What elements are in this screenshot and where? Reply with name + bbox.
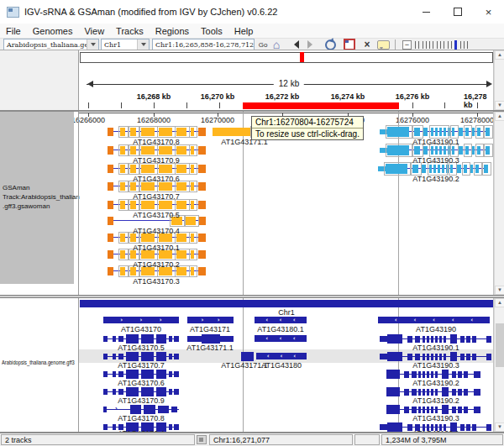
exon-outline-box	[189, 163, 197, 175]
zoom-tick[interactable]	[444, 41, 444, 49]
region-of-interest-bar[interactable]	[243, 102, 399, 109]
chromosome-ideogram[interactable]	[80, 52, 493, 63]
go-button[interactable]: Go	[256, 39, 270, 50]
gene-model[interactable]: ›	[103, 405, 179, 414]
gene-model[interactable]	[386, 387, 480, 396]
zoom-tick[interactable]	[437, 41, 438, 49]
gene-model[interactable]	[386, 405, 480, 414]
genome-select[interactable]: Arabidopsis_thaliana.genome...	[3, 39, 99, 50]
feature-label: AT1G43190.3	[412, 156, 459, 165]
exon	[103, 424, 108, 430]
zoom-tick[interactable]	[429, 41, 430, 49]
gsaman-scrollbar[interactable]: ▲ ▼	[494, 112, 504, 295]
gene-bar[interactable]	[80, 300, 493, 307]
feature-label: AT1G43180	[261, 361, 302, 370]
maximize-button[interactable]	[442, 0, 473, 24]
exon	[227, 336, 234, 342]
gene-model[interactable]	[103, 334, 179, 344]
exon	[174, 354, 179, 359]
exon-outline-box	[129, 144, 139, 156]
menu-regions[interactable]: Regions	[150, 26, 195, 36]
ruler-number: 16266000	[71, 116, 105, 124]
zoom-tick[interactable]	[426, 41, 427, 49]
gene-bar[interactable]: ›››	[103, 317, 179, 323]
gene-model[interactable]	[108, 182, 206, 191]
exon-outline-box	[386, 125, 412, 139]
scroll-up-icon[interactable]: ▲	[495, 50, 504, 60]
exon	[431, 371, 433, 378]
zoom-tick[interactable]	[451, 41, 452, 49]
gene-bar[interactable]: ‹‹‹	[255, 317, 307, 323]
scroll-up-icon[interactable]: ▲	[495, 298, 504, 307]
zoom-tick[interactable]	[418, 41, 419, 49]
chromosome-select[interactable]: Chr1	[101, 39, 150, 50]
minimize-button[interactable]	[411, 0, 442, 24]
gene-bar[interactable]: ››	[187, 317, 234, 323]
menu-genomes[interactable]: Genomes	[27, 26, 79, 36]
gene-model[interactable]	[241, 352, 254, 361]
genome-track-label[interactable]: Arabidopsis_thaliana.genome.gff3	[2, 359, 75, 365]
zoom-tick[interactable]	[440, 41, 441, 49]
gene-model[interactable]	[108, 128, 206, 136]
genome-scrollbar[interactable]: ▲ ▼	[494, 298, 504, 432]
gene-model[interactable]	[378, 164, 488, 174]
minimize-icon	[423, 12, 430, 13]
gene-model[interactable]	[108, 146, 206, 155]
exon	[108, 233, 113, 242]
feature-label: AT1G43190.2	[412, 396, 459, 405]
zoom-level-marker[interactable]	[454, 40, 457, 50]
gene-bar[interactable]: ‹‹‹‹‹	[378, 317, 490, 323]
exon	[457, 165, 461, 173]
zoom-tick[interactable]	[464, 41, 465, 49]
locus-input[interactable]: Chr1:16,265,858-16,278,712	[152, 39, 255, 50]
gene-model[interactable]	[108, 201, 206, 209]
status-button[interactable]	[197, 435, 207, 444]
zoom-tick[interactable]	[448, 41, 449, 49]
menu-tools[interactable]: Tools	[195, 26, 228, 36]
gene-model[interactable]	[103, 352, 179, 361]
zoom-tick[interactable]	[467, 41, 468, 49]
exon	[444, 354, 446, 360]
gene-model[interactable]	[380, 352, 491, 361]
menu-view[interactable]: View	[78, 26, 110, 36]
gene-model[interactable]	[108, 165, 206, 173]
label-column-divider	[78, 50, 79, 432]
gene-bar[interactable]: ‹‹‹	[256, 353, 307, 359]
header-scrollbar[interactable]: ▲ ▼	[494, 50, 504, 110]
gene-model[interactable]	[380, 127, 490, 137]
gene-model[interactable]	[103, 370, 179, 379]
exon-outline-box	[462, 162, 470, 176]
exon	[108, 146, 113, 155]
scroll-up-icon[interactable]: ▲	[495, 112, 504, 121]
speech-bubble-icon	[377, 40, 390, 50]
gsaman-track-label-box[interactable]: GSAman Track:Arabidopsis_thalian .gff3.g…	[0, 112, 74, 284]
exon	[220, 336, 227, 342]
zoom-tick[interactable]	[415, 41, 416, 49]
gene-bar[interactable]: ‹‹‹	[255, 335, 307, 342]
gene-model[interactable]	[103, 387, 179, 396]
titlebar: IGV-sRNA & GSAman (modified from IGV by …	[0, 0, 504, 24]
zoom-tick[interactable]	[460, 41, 461, 49]
menu-tracks[interactable]: Tracks	[110, 26, 150, 36]
zoom-tick[interactable]	[423, 41, 423, 49]
zoom-tick[interactable]	[433, 41, 433, 49]
exon	[198, 201, 206, 209]
zoom-out-button[interactable]: −	[402, 40, 412, 50]
exon	[386, 405, 400, 414]
menu-help[interactable]: Help	[228, 26, 260, 36]
exon-outline-box	[118, 232, 129, 244]
gene-model[interactable]	[187, 334, 234, 344]
scrollbar-thumb[interactable]	[496, 323, 504, 367]
menu-file[interactable]: File	[0, 26, 27, 36]
gene-model[interactable]	[380, 334, 491, 344]
close-button[interactable]: ×	[473, 0, 504, 24]
scroll-down-icon[interactable]: ▼	[495, 101, 504, 110]
scroll-down-icon[interactable]: ▼	[495, 286, 504, 295]
gene-model[interactable]	[380, 145, 490, 155]
gene-model[interactable]	[386, 370, 480, 379]
scroll-down-icon[interactable]: ▼	[495, 422, 504, 432]
panel-splitter[interactable]	[0, 295, 504, 298]
exon	[407, 354, 412, 360]
exon	[103, 407, 107, 412]
feature-label: AT1G43190.1	[412, 138, 459, 146]
